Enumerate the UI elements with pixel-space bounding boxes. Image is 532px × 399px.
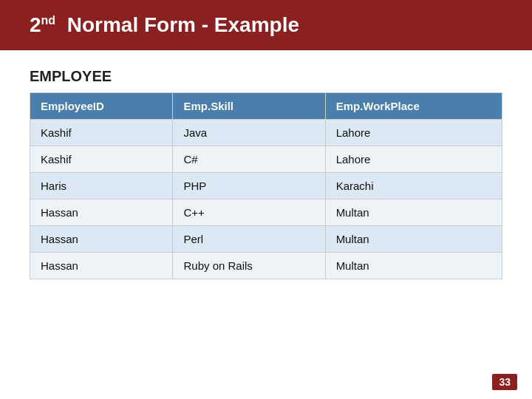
section-label: EMPLOYEE xyxy=(30,68,502,85)
cell-empworkplace: Multan xyxy=(325,200,502,226)
title-number: 2 xyxy=(30,13,41,36)
col-empskill: Emp.Skill xyxy=(173,93,325,120)
cell-empworkplace: Karachi xyxy=(325,173,502,200)
cell-employeeid: Hassan xyxy=(30,200,173,226)
cell-empskill: Java xyxy=(173,120,325,146)
page-header: 2nd Normal Form - Example xyxy=(0,0,532,50)
main-content: EMPLOYEE EmployeeID Emp.Skill Emp.WorkPl… xyxy=(0,50,532,297)
cell-employeeid: Haris xyxy=(30,173,173,200)
cell-employeeid: Kashif xyxy=(30,120,173,146)
table-row: HassanPerlMultan xyxy=(30,226,502,253)
cell-empskill: Perl xyxy=(173,226,325,253)
table-row: KashifJavaLahore xyxy=(30,120,502,146)
cell-empworkplace: Lahore xyxy=(325,146,502,173)
cell-empworkplace: Multan xyxy=(325,253,502,279)
table-row: KashifC#Lahore xyxy=(30,146,502,173)
cell-empskill: PHP xyxy=(173,173,325,200)
page-number: 33 xyxy=(492,374,517,390)
cell-empworkplace: Lahore xyxy=(325,120,502,146)
employee-table: EmployeeID Emp.Skill Emp.WorkPlace Kashi… xyxy=(30,92,502,279)
cell-employeeid: Hassan xyxy=(30,253,173,279)
table-row: HassanRuby on RailsMultan xyxy=(30,253,502,279)
header-row: EmployeeID Emp.Skill Emp.WorkPlace xyxy=(30,93,502,120)
cell-empskill: Ruby on Rails xyxy=(173,253,325,279)
table-row: HarisPHPKarachi xyxy=(30,173,502,200)
title-superscript: nd xyxy=(41,14,56,27)
title-text: Normal Form - Example xyxy=(67,13,299,36)
table-body: KashifJavaLahoreKashifC#LahoreHarisPHPKa… xyxy=(30,120,502,279)
col-employeeid: EmployeeID xyxy=(30,93,173,120)
cell-employeeid: Hassan xyxy=(30,226,173,253)
table-header: EmployeeID Emp.Skill Emp.WorkPlace xyxy=(30,93,502,120)
cell-employeeid: Kashif xyxy=(30,146,173,173)
table-row: HassanC++Multan xyxy=(30,200,502,226)
col-empworkplace: Emp.WorkPlace xyxy=(325,93,502,120)
cell-empskill: C++ xyxy=(173,200,325,226)
page-title: 2nd Normal Form - Example xyxy=(30,13,299,37)
cell-empskill: C# xyxy=(173,146,325,173)
cell-empworkplace: Multan xyxy=(325,226,502,253)
